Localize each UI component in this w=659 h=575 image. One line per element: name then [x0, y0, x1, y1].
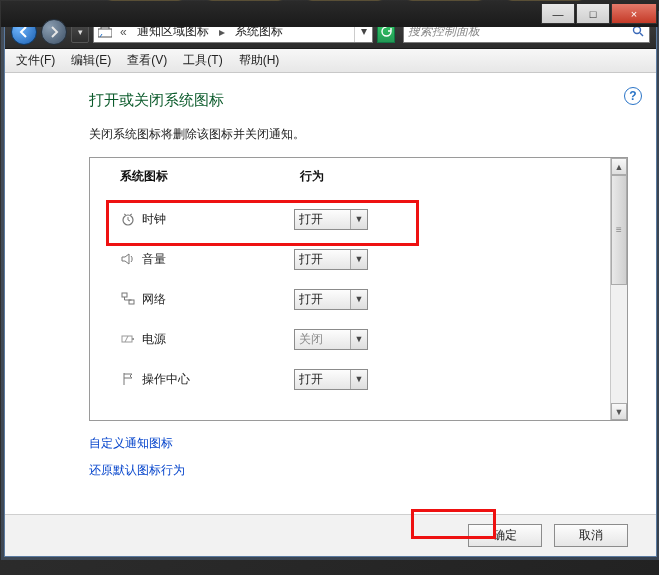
chevron-down-icon: ▼: [350, 370, 367, 389]
chevron-down-icon: ▼: [350, 250, 367, 269]
menu-bar: 文件(F) 编辑(E) 查看(V) 工具(T) 帮助(H): [5, 49, 656, 73]
menu-tools[interactable]: 工具(T): [176, 49, 229, 72]
row-label: 操作中心: [142, 371, 294, 388]
flag-icon: [120, 371, 142, 387]
links-section: 自定义通知图标 还原默认图标行为: [89, 435, 628, 489]
maximize-button[interactable]: □: [576, 4, 610, 24]
help-icon[interactable]: ?: [624, 87, 642, 105]
dropdown-power: 关闭 ▼: [294, 329, 368, 350]
svg-point-1: [634, 27, 641, 34]
row-network: 网络 打开 ▼: [114, 279, 596, 319]
clock-icon: [120, 211, 142, 227]
chevron-down-icon: ▼: [350, 210, 367, 229]
scroll-track[interactable]: [611, 175, 627, 403]
svg-rect-3: [122, 293, 127, 297]
refresh-icon: [381, 26, 392, 37]
system-icons-list: 系统图标 行为 时钟 打开 ▼: [89, 157, 628, 421]
link-customize-notification-icons[interactable]: 自定义通知图标: [89, 435, 628, 452]
row-clock: 时钟 打开 ▼: [114, 199, 596, 239]
close-button[interactable]: ×: [611, 4, 657, 24]
svg-rect-6: [132, 338, 134, 340]
footer-bar: 确定 取消: [5, 514, 656, 556]
svg-rect-0: [98, 29, 112, 37]
page-title: 打开或关闭系统图标: [89, 91, 628, 110]
dropdown-network[interactable]: 打开 ▼: [294, 289, 368, 310]
arrow-left-icon: [18, 26, 30, 38]
battery-icon: [120, 331, 142, 347]
speaker-icon: [120, 251, 142, 267]
scroll-up-button[interactable]: ▲: [611, 158, 627, 175]
forward-button[interactable]: [41, 19, 67, 45]
scroll-thumb[interactable]: [611, 175, 627, 285]
scroll-down-button[interactable]: ▼: [611, 403, 627, 420]
column-header-action: 行为: [300, 168, 324, 185]
menu-view[interactable]: 查看(V): [120, 49, 174, 72]
chevron-down-icon: ▼: [350, 290, 367, 309]
link-restore-default[interactable]: 还原默认图标行为: [89, 462, 628, 479]
row-volume: 音量 打开 ▼: [114, 239, 596, 279]
ok-button[interactable]: 确定: [468, 524, 542, 547]
tray-icon: [94, 26, 116, 38]
row-action-center: 操作中心 打开 ▼: [114, 359, 596, 399]
chevron-down-icon: ▼: [350, 330, 367, 349]
menu-help[interactable]: 帮助(H): [232, 49, 287, 72]
row-label: 电源: [142, 331, 294, 348]
dropdown-clock[interactable]: 打开 ▼: [294, 209, 368, 230]
row-label: 时钟: [142, 211, 294, 228]
row-label: 音量: [142, 251, 294, 268]
control-panel-window: — □ × ▾ « 通知区域图标 ▸ 系统图标 ▾ 搜索控制面板: [4, 14, 657, 557]
row-label: 网络: [142, 291, 294, 308]
content-area: ? 打开或关闭系统图标 关闭系统图标将删除该图标并关闭通知。 系统图标 行为 时…: [5, 73, 656, 556]
svg-rect-4: [129, 300, 134, 304]
menu-edit[interactable]: 编辑(E): [64, 49, 118, 72]
row-power: 电源 关闭 ▼: [114, 319, 596, 359]
page-description: 关闭系统图标将删除该图标并关闭通知。: [89, 126, 628, 143]
menu-file[interactable]: 文件(F): [9, 49, 62, 72]
scrollbar[interactable]: ▲ ▼: [610, 158, 627, 420]
arrow-right-icon: [48, 26, 60, 38]
titlebar[interactable]: — □ ×: [1, 1, 658, 27]
network-icon: [120, 291, 142, 307]
cancel-button[interactable]: 取消: [554, 524, 628, 547]
dropdown-action-center[interactable]: 打开 ▼: [294, 369, 368, 390]
dropdown-volume[interactable]: 打开 ▼: [294, 249, 368, 270]
minimize-button[interactable]: —: [541, 4, 575, 24]
column-header-icon: 系统图标: [120, 168, 300, 185]
